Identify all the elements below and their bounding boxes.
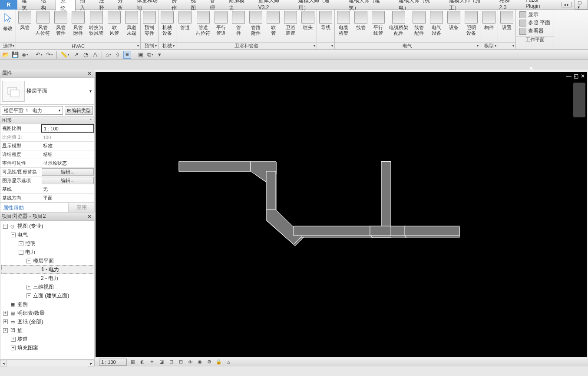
- tree-toggle[interactable]: +: [26, 285, 31, 289]
- ribbon-btn-5-6[interactable]: 设备: [445, 10, 462, 42]
- ribbon-btn-0-3[interactable]: 风管 附件: [69, 10, 87, 42]
- qat-thinlines[interactable]: ≡: [123, 51, 131, 59]
- ribbon-btn-3-7[interactable]: 喷头: [299, 10, 317, 42]
- workplane-refplane[interactable]: 参照 平面: [519, 19, 550, 27]
- ribbon-group-title-1[interactable]: 预制▾: [141, 42, 158, 49]
- ribbon-btn-6-0[interactable]: 构件: [480, 10, 498, 42]
- ribbon-group-title-4[interactable]: ▾: [317, 42, 334, 49]
- ribbon-group-title-7[interactable]: ▾: [498, 42, 515, 49]
- ribbon-group-title-select[interactable]: 选择▾: [0, 42, 16, 49]
- tree-node-14[interactable]: +填充图案: [1, 343, 93, 352]
- qat-switch-win[interactable]: ⧉▾: [146, 51, 154, 59]
- ribbon-btn-0-4[interactable]: 转换为 软风管: [87, 10, 106, 42]
- prop-row-7[interactable]: 基线无: [0, 185, 94, 194]
- shadows-icon[interactable]: ◪: [158, 359, 165, 366]
- tree-node-6[interactable]: 2 - 电力: [1, 274, 93, 283]
- ribbon-btn-5-2[interactable]: 平行 线管: [370, 10, 387, 42]
- instance-select[interactable]: 楼层平面: 1 - 电力▾: [2, 106, 63, 115]
- tree-node-2[interactable]: +照明: [1, 239, 93, 248]
- type-selector[interactable]: 楼层平面 ▾: [0, 78, 94, 105]
- canvas-close[interactable]: ✕: [580, 73, 586, 79]
- properties-header[interactable]: 属性 ✕: [0, 70, 95, 77]
- tree-toggle[interactable]: −: [26, 259, 31, 263]
- visual-style-icon[interactable]: ◐: [139, 359, 146, 366]
- ribbon-expand-toggle[interactable]: ▸▸: [562, 2, 572, 7]
- qat-text[interactable]: A: [91, 51, 99, 59]
- ribbon-btn-3-5[interactable]: 软 管: [264, 10, 282, 42]
- prop-row-8[interactable]: 基线方向平面: [0, 194, 94, 203]
- prop-row-2[interactable]: 显示模型标准: [0, 142, 94, 150]
- prop-row-3[interactable]: 详细程度精细: [0, 150, 94, 159]
- ribbon-btn-0-0[interactable]: 风管: [16, 10, 33, 42]
- qat-save[interactable]: 💾: [11, 51, 19, 59]
- browser-hscroll[interactable]: ◂▸: [0, 359, 95, 366]
- ribbon-btn-3-3[interactable]: 管 件: [230, 10, 247, 42]
- props-apply-button[interactable]: 应用: [68, 203, 94, 212]
- tree-node-5[interactable]: 1 - 电力: [1, 265, 93, 274]
- qat-tag[interactable]: ◔: [82, 51, 89, 59]
- tree-toggle[interactable]: −: [11, 233, 16, 237]
- analytical-icon[interactable]: ⚙: [206, 359, 213, 366]
- view-scale[interactable]: 1 : 100: [99, 359, 127, 366]
- tree-node-7[interactable]: +三维视图: [1, 283, 93, 291]
- tree-node-10[interactable]: +▤明细表/数量: [1, 309, 93, 317]
- tree-node-4[interactable]: −楼层平面: [1, 256, 93, 265]
- tree-toggle[interactable]: +: [11, 337, 16, 342]
- ribbon-btn-3-1[interactable]: 管道 占位符: [194, 10, 212, 42]
- detail-level-icon[interactable]: ▦: [129, 359, 136, 366]
- qat-section[interactable]: ◊: [114, 51, 122, 59]
- ribbon-group-title-3[interactable]: 卫浴和管道▾: [176, 42, 317, 49]
- edit-type-button[interactable]: ⊞ 编辑类型: [65, 106, 93, 115]
- qat-measure[interactable]: 📏▾: [59, 51, 70, 59]
- qat-3dview[interactable]: ⌂▾: [105, 51, 112, 59]
- canvas-restore[interactable]: ◱: [573, 73, 579, 79]
- props-category-header[interactable]: 图形 ⌃: [0, 116, 94, 124]
- tree-node-8[interactable]: +立面 (建筑立面): [1, 291, 93, 300]
- ribbon-group-title-0[interactable]: HVAC▾: [16, 42, 140, 49]
- prop-row-6[interactable]: 图形显示选项编辑...: [0, 176, 94, 185]
- prop-row-4[interactable]: 零件可见性显示原状态: [0, 159, 94, 168]
- qat-customize[interactable]: ▾: [156, 51, 164, 59]
- tree-node-3[interactable]: −电力: [1, 248, 93, 256]
- ribbon-btn-5-3[interactable]: 电缆桥架 配件: [387, 10, 410, 42]
- props-help-link[interactable]: 属性帮助: [0, 203, 68, 212]
- browser-header[interactable]: 项目浏览器 - 项目2 ✕: [0, 213, 95, 220]
- ribbon-btn-2-0[interactable]: 机械 设备: [159, 10, 176, 42]
- unhide-icon[interactable]: 👁: [187, 359, 194, 366]
- ribbon-btn-5-5[interactable]: 电气 设备: [428, 10, 445, 42]
- crop-visible-icon[interactable]: ⊟: [177, 359, 184, 366]
- ribbon-btn-0-6[interactable]: 风道 末端: [123, 10, 140, 42]
- ribbon-btn-5-4[interactable]: 线管 配件: [410, 10, 428, 42]
- tree-toggle[interactable]: +: [3, 319, 8, 324]
- tree-toggle[interactable]: +: [3, 311, 8, 316]
- qat-undo[interactable]: ↶▾: [35, 51, 43, 59]
- ribbon-btn-0-2[interactable]: 风管 管件: [52, 10, 69, 42]
- ribbon-btn-0-5[interactable]: 软 风管: [106, 10, 123, 42]
- ribbon-btn-0-1[interactable]: 风管 占位符: [33, 10, 52, 42]
- tree-node-11[interactable]: +▭图纸 (全部): [1, 317, 93, 326]
- temp-hide-icon[interactable]: ◉: [196, 359, 203, 366]
- ribbon-btn-3-2[interactable]: 平行 管道: [212, 10, 230, 42]
- ribbon-group-title-6[interactable]: 模型▾: [480, 42, 498, 49]
- tree-node-12[interactable]: +凹族: [1, 326, 93, 335]
- tree-node-13[interactable]: +坡道: [1, 335, 93, 343]
- tree-toggle[interactable]: +: [26, 293, 31, 298]
- tree-node-9[interactable]: ▦图例: [1, 300, 93, 309]
- browser-close[interactable]: ✕: [86, 213, 93, 220]
- tree-node-1[interactable]: −电气: [1, 230, 93, 239]
- show-hidden-icon[interactable]: ⌂: [225, 359, 232, 366]
- ribbon-group-title-5[interactable]: 电气▾: [335, 42, 480, 49]
- properties-close[interactable]: ✕: [86, 70, 93, 77]
- ribbon-btn-7-0[interactable]: 设置: [498, 10, 515, 42]
- prop-row-5[interactable]: 可见性/图形替换编辑...: [0, 168, 94, 176]
- ribbon-group-title-2[interactable]: 机械▾: [159, 42, 176, 49]
- ribbon-btn-5-0[interactable]: 电缆 桥架: [335, 10, 352, 42]
- ribbon-btn-3-4[interactable]: 管路 附件: [247, 10, 264, 42]
- tree-toggle[interactable]: +: [19, 241, 23, 246]
- ribbon-btn-4-0[interactable]: 导线: [317, 10, 334, 42]
- navigation-bar[interactable]: [573, 83, 585, 117]
- qat-align-dim[interactable]: ↗: [72, 51, 80, 59]
- prop-row-1[interactable]: 比例值 1:100: [0, 133, 94, 142]
- tree-node-0[interactable]: −◎视图 (专业): [1, 222, 93, 230]
- qat-close-inactive[interactable]: ▣: [137, 51, 145, 59]
